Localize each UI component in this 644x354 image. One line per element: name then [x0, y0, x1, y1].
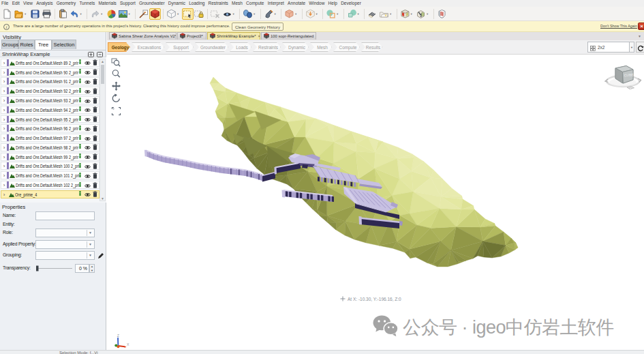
svg-text:X: X: [127, 342, 129, 346]
svg-text:Z: Z: [117, 334, 119, 338]
